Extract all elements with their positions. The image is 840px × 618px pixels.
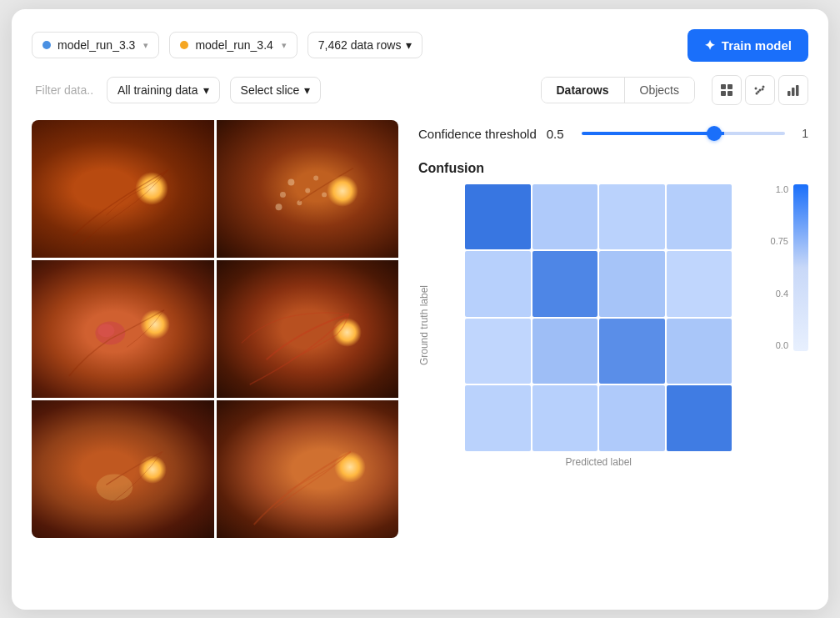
filter-bar: Filter data.. All training data ▾ Select… (32, 75, 808, 105)
svg-rect-0 (721, 84, 726, 89)
image-grid (32, 120, 398, 538)
svg-point-19 (322, 192, 327, 197)
y-axis-label: Ground truth label (418, 285, 430, 365)
cm-cell-8 (465, 319, 531, 384)
image-cell-2[interactable] (217, 120, 399, 258)
scale-max-label: 1.0 (771, 184, 788, 194)
confusion-title: Confusion (418, 161, 808, 176)
vessels-svg-4 (217, 260, 399, 397)
image-cell-1[interactable] (32, 120, 214, 258)
cm-cell-12 (465, 385, 531, 451)
data-rows-selector[interactable]: 7,462 data rows ▾ (308, 32, 423, 58)
svg-point-7 (758, 90, 760, 93)
cm-cell-13 (532, 385, 598, 451)
confidence-slider[interactable] (582, 132, 785, 135)
model2-selector[interactable]: model_run_3.4 ▾ (169, 32, 297, 58)
grid-view-button[interactable] (712, 75, 742, 105)
cm-cell-6 (599, 251, 665, 317)
model2-chevron-icon: ▾ (282, 40, 287, 51)
cm-cell-5 (532, 251, 598, 317)
training-data-selector[interactable]: All training data ▾ (107, 77, 220, 103)
color-scale: 1.0 0.75 0.4 0.0 (771, 184, 808, 351)
confusion-matrix-wrap: Predicted label (440, 184, 758, 468)
scale-min-label: 0.0 (771, 340, 788, 350)
cm-cell-7 (667, 251, 732, 317)
right-panel: Confidence threshold 0.5 1 Confusion Gro… (418, 120, 808, 538)
cm-cell-11 (667, 319, 732, 384)
svg-rect-12 (796, 85, 799, 96)
tab-objects[interactable]: Objects (625, 78, 694, 103)
image-cell-3[interactable] (32, 260, 214, 398)
svg-point-14 (305, 188, 310, 193)
svg-rect-3 (728, 91, 732, 96)
scatter-view-button[interactable] (745, 75, 775, 105)
view-tab-group: Datarows Objects (541, 77, 696, 103)
x-axis-label: Predicted label (566, 456, 632, 468)
cm-cell-9 (532, 319, 598, 384)
svg-point-9 (755, 87, 758, 89)
svg-rect-10 (788, 91, 791, 96)
cm-cell-14 (599, 385, 665, 451)
svg-point-15 (279, 191, 285, 197)
image-cell-5[interactable] (32, 400, 214, 538)
image-overlay-3 (32, 260, 214, 398)
confidence-row: Confidence threshold 0.5 1 (418, 120, 808, 148)
svg-point-22 (96, 474, 132, 500)
model1-label: model_run_3.3 (58, 38, 135, 52)
svg-point-8 (762, 88, 764, 90)
vessels-svg-2 (217, 120, 399, 257)
slider-thumb[interactable] (707, 126, 722, 141)
svg-point-6 (762, 85, 765, 88)
vessels-svg-6 (217, 400, 399, 537)
training-data-label: All training data (118, 83, 198, 97)
tab-datarows[interactable]: Datarows (542, 78, 625, 103)
vessels-svg-5 (32, 400, 214, 537)
confidence-value: 0.5 (547, 127, 572, 141)
model2-dot (180, 41, 188, 49)
main-content: Confidence threshold 0.5 1 Confusion Gro… (32, 120, 808, 538)
vessels-svg-1 (32, 120, 214, 257)
model1-selector[interactable]: model_run_3.3 ▾ (32, 32, 159, 58)
model2-label: model_run_3.4 (195, 38, 272, 52)
slider-max-label: 1 (802, 127, 808, 140)
svg-point-13 (288, 178, 294, 185)
data-rows-chevron-icon: ▾ (406, 38, 412, 52)
svg-point-18 (275, 203, 282, 210)
image-overlay-2 (217, 120, 399, 258)
cm-cell-4 (465, 251, 531, 317)
train-model-label: Train model (722, 38, 792, 53)
star-icon: ✦ (704, 38, 715, 53)
image-overlay-1 (32, 120, 214, 258)
confusion-matrix (465, 184, 732, 451)
vessels-svg-3 (32, 260, 214, 397)
scale-labels: 1.0 0.75 0.4 0.0 (771, 184, 788, 351)
cm-cell-2 (599, 184, 665, 250)
image-overlay-6 (217, 400, 399, 538)
train-model-button[interactable]: ✦ Train model (688, 29, 808, 62)
cm-cell-3 (667, 184, 732, 250)
confidence-label: Confidence threshold (418, 127, 537, 141)
model1-chevron-icon: ▾ (143, 40, 148, 51)
cm-cell-10 (599, 319, 665, 384)
training-data-chevron-icon: ▾ (203, 83, 209, 97)
cm-cell-15 (667, 385, 732, 451)
confusion-chart-area: Ground truth label Predicted label 1.0 0… (418, 184, 808, 468)
image-cell-6[interactable] (217, 400, 399, 538)
svg-point-17 (313, 175, 318, 180)
scale-mid1-label: 0.75 (771, 236, 788, 246)
svg-point-21 (98, 324, 114, 337)
slider-track (582, 132, 785, 135)
app-container: model_run_3.3 ▾ model_run_3.4 ▾ 7,462 da… (12, 9, 828, 610)
svg-rect-1 (728, 84, 732, 89)
cm-cell-1 (532, 184, 598, 250)
scale-bar (793, 184, 808, 351)
svg-rect-2 (721, 91, 726, 96)
bar-chart-view-button[interactable] (778, 75, 808, 105)
filter-label: Filter data.. (32, 78, 97, 103)
confusion-section: Confusion Ground truth label Predicted l… (418, 161, 808, 538)
scale-mid2-label: 0.4 (771, 289, 788, 299)
slice-selector[interactable]: Select slice ▾ (230, 77, 322, 103)
slice-label: Select slice (241, 83, 300, 97)
image-cell-4[interactable] (217, 260, 399, 398)
view-icons-group (712, 75, 808, 105)
